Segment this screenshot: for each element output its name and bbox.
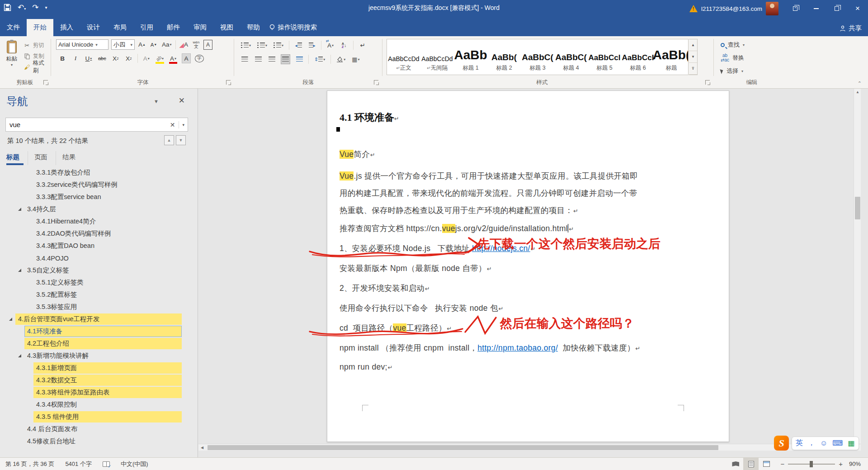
subscript-button[interactable]: X2	[111, 53, 120, 63]
nav-item[interactable]: 4.1环境准备	[0, 325, 198, 337]
nav-item[interactable]: 3.4.1Hibernate4简介	[0, 215, 198, 228]
align-center-button[interactable]	[254, 54, 263, 64]
tab-审阅[interactable]: 审阅	[187, 19, 213, 36]
ime-english-icon[interactable]: 英	[796, 438, 803, 448]
collapse-triangle-icon[interactable]	[18, 269, 21, 272]
nav-tab-结果[interactable]: 结果	[62, 151, 84, 165]
shrink-font-button[interactable]: A▼	[149, 40, 158, 50]
word-count[interactable]: 5401 个字	[60, 458, 97, 470]
page-indicator[interactable]: 第 16 页，共 36 页	[0, 458, 60, 470]
next-result-button[interactable]: ▼	[176, 135, 186, 145]
select-button[interactable]: 选择▾	[721, 65, 786, 77]
tab-邮件[interactable]: 邮件	[160, 19, 187, 36]
tab-设计[interactable]: 设计	[80, 19, 107, 36]
nav-item[interactable]: 3.4.4POJO	[0, 252, 198, 264]
styles-dialog-launcher[interactable]	[705, 80, 710, 85]
asian-layout-button[interactable]: A⇄▾	[326, 40, 335, 50]
ime-emoji-icon[interactable]: ☺	[820, 439, 827, 447]
zoom-out-icon[interactable]: −	[780, 460, 784, 468]
strikethrough-button[interactable]: abc	[97, 53, 107, 63]
increase-indent-button[interactable]: ▸	[307, 40, 316, 50]
nav-item[interactable]: 3.3.2service类代码编写样例	[0, 179, 198, 191]
highlight-color-button[interactable]: ab▾	[155, 53, 165, 63]
nav-item[interactable]: 4.后台管理页面vue工程开发	[0, 313, 198, 325]
nav-item[interactable]: 4.3.4权限控制	[0, 399, 198, 411]
style-card-标题 2[interactable]: AaBb(标题 2	[487, 39, 521, 75]
styles-more-icon[interactable]: ⊽	[689, 63, 697, 75]
nav-item[interactable]: 3.5.3标签应用	[0, 301, 198, 313]
nav-item[interactable]: 4.3.1新增页面	[0, 362, 198, 374]
paragraph-dialog-launcher[interactable]	[374, 80, 378, 85]
zoom-slider-thumb[interactable]	[810, 461, 813, 467]
align-left-button[interactable]	[240, 54, 249, 64]
nav-item[interactable]: 3.4.3配置DAO bean	[0, 240, 198, 252]
tab-帮助[interactable]: 帮助	[240, 19, 267, 36]
numbering-button[interactable]: ▾	[256, 40, 268, 50]
horizontal-scroll-thumb[interactable]	[208, 445, 718, 450]
ime-logo-icon[interactable]: S	[774, 436, 789, 451]
restore-button[interactable]	[826, 0, 847, 17]
nav-item[interactable]: 4.3新增功能模块讲解	[0, 350, 198, 362]
tab-文件[interactable]: 文件	[0, 19, 27, 36]
style-card-标题[interactable]: AaBb(标题	[655, 39, 688, 75]
style-card-无间隔[interactable]: AaBbCcDd↵无间隔	[420, 39, 454, 75]
character-border-button[interactable]: A	[203, 40, 212, 50]
clear-formatting-button[interactable]: ◢A	[179, 40, 189, 50]
style-card-标题 1[interactable]: AaBb标题 1	[454, 39, 487, 75]
font-size-combo[interactable]: 小四▾	[111, 39, 135, 50]
paste-button[interactable]: 粘贴 ▾	[0, 38, 24, 72]
zoom-in-icon[interactable]: +	[839, 460, 843, 468]
tab-布局[interactable]: 布局	[107, 19, 133, 36]
horizontal-scrollbar[interactable]: ◀ ▶	[198, 444, 861, 451]
ime-grid-icon[interactable]: ▦	[848, 439, 854, 447]
nav-item[interactable]: 3.4.2DAO类代码编写样例	[0, 228, 198, 240]
text-effects-button[interactable]: A▾	[142, 53, 151, 63]
navigation-close-icon[interactable]: ✕	[179, 96, 185, 105]
avatar[interactable]	[766, 2, 778, 15]
collapse-triangle-icon[interactable]	[18, 208, 21, 211]
show-marks-button[interactable]: ↵	[358, 40, 367, 50]
nav-item[interactable]: 3.3.1类存放包介绍	[0, 166, 198, 179]
close-button[interactable]: ×	[847, 0, 868, 17]
style-card-标题 4[interactable]: AaBbC(标题 4	[554, 39, 588, 75]
nav-item[interactable]: 4.2工程包介绍	[0, 337, 198, 350]
print-layout-button[interactable]	[743, 458, 759, 470]
format-painter-button[interactable]: 🖌格式刷	[24, 62, 50, 72]
align-right-button[interactable]	[267, 54, 276, 64]
shading-button[interactable]: ▾	[335, 54, 346, 64]
decrease-indent-button[interactable]: ◂	[294, 40, 303, 50]
style-card-正文[interactable]: AaBbCcDd↵正文	[387, 39, 420, 75]
previous-result-button[interactable]: ▲	[164, 135, 174, 145]
tell-me-search[interactable]: 操作说明搜索	[267, 19, 322, 36]
character-shading-button[interactable]: A	[182, 53, 191, 63]
phonetic-guide-button[interactable]: wén文	[192, 40, 201, 50]
scroll-up-icon[interactable]: ▲	[854, 89, 861, 96]
language-indicator[interactable]: 中文(中国)	[115, 458, 154, 470]
font-dialog-launcher[interactable]	[226, 80, 231, 85]
font-family-combo[interactable]: Arial Unicode▾	[56, 39, 108, 50]
underline-button[interactable]: U▾	[84, 53, 93, 63]
tab-引用[interactable]: 引用	[133, 19, 160, 36]
search-options-icon[interactable]: ▾	[179, 123, 188, 127]
sort-button[interactable]: AZ↓	[340, 40, 349, 50]
hyperlink[interactable]: http://npm.taobao.org/	[477, 343, 558, 352]
nav-item[interactable]: 4.4 后台页面发布	[0, 423, 198, 435]
collapse-ribbon-icon[interactable]: ⌃	[858, 81, 862, 86]
scroll-left-icon[interactable]: ◀	[198, 444, 206, 451]
nav-item[interactable]: 3.5.1定义标签类	[0, 276, 198, 289]
superscript-button[interactable]: X2	[124, 53, 133, 63]
ime-punctuation-icon[interactable]: ，	[808, 438, 815, 448]
collapse-triangle-icon[interactable]	[18, 354, 21, 357]
line-spacing-button[interactable]: ⇕▾	[313, 54, 326, 64]
nav-tab-页面[interactable]: 页面	[34, 151, 56, 165]
tab-视图[interactable]: 视图	[213, 19, 240, 36]
vertical-scrollbar[interactable]: ▲ ▼	[854, 89, 861, 451]
nav-item[interactable]: 3.3.3配置service bean	[0, 191, 198, 203]
style-card-标题 5[interactable]: AaBbCcl标题 5	[588, 39, 621, 75]
change-case-button[interactable]: Aa▾	[161, 40, 173, 50]
enclose-characters-button[interactable]: 字	[195, 55, 204, 62]
font-color-button[interactable]: A▾	[169, 53, 178, 63]
italic-button[interactable]: I	[71, 53, 80, 63]
web-layout-button[interactable]	[759, 458, 774, 470]
nav-item[interactable]: 3.5.2配置标签	[0, 289, 198, 301]
